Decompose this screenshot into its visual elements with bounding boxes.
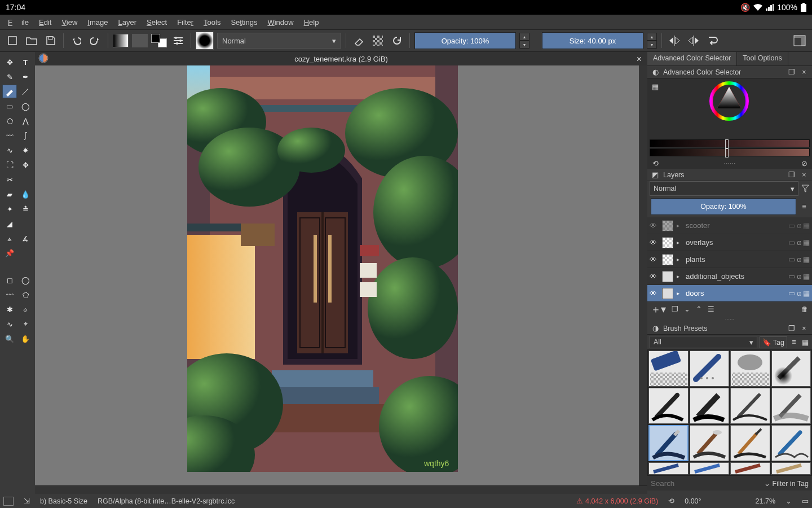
opacity-slider[interactable]: Opacity: 100%	[414, 32, 516, 49]
brush-preset[interactable]	[648, 425, 689, 461]
line-tool[interactable]: ／	[18, 85, 33, 98]
layer-opacity-menu-icon[interactable]: ≡	[800, 202, 809, 211]
similar-select-tool[interactable]: ⟐	[18, 303, 33, 316]
status-rotation-reset[interactable]: ⟲	[668, 497, 674, 505]
add-layer-button[interactable]: ＋▾	[651, 303, 666, 316]
layer-row[interactable]: 👁▸ plants ▭ α ▦	[647, 251, 812, 268]
brush-preset[interactable]	[690, 351, 730, 387]
layer-row[interactable]: 👁▸ scooter ▭ α ▦	[647, 217, 812, 234]
reload-preset-button[interactable]	[389, 33, 405, 49]
brush-preset[interactable]	[730, 351, 770, 387]
assistant-tool[interactable]: ⟁	[2, 231, 17, 245]
multibrush-tool[interactable]: ✷	[18, 143, 33, 157]
opacity-spin[interactable]: ▴▾	[519, 33, 529, 49]
float-docker-icon[interactable]: ❐	[787, 170, 796, 179]
zoom-fit-icon[interactable]: ▭	[802, 497, 809, 505]
gradient-tool[interactable]: ◢	[2, 217, 17, 230]
redo-button[interactable]	[87, 33, 103, 49]
color-history-clear-icon[interactable]: ⊘	[800, 159, 809, 168]
brush-preset[interactable]	[771, 462, 811, 475]
brush-preset[interactable]	[690, 425, 730, 461]
menu-window[interactable]: Window	[263, 16, 298, 28]
visibility-icon[interactable]: 👁	[650, 239, 659, 247]
pan-tool[interactable]: ✋	[18, 332, 33, 345]
list-view-icon[interactable]: ≡	[789, 338, 798, 347]
color-value-bars[interactable]	[647, 139, 812, 157]
brush-preset[interactable]	[730, 425, 770, 461]
filter-in-tag-toggle[interactable]: ⌄ Filter in Tag	[764, 479, 809, 488]
freehand-select-tool[interactable]: 〰	[2, 288, 17, 301]
menu-tools[interactable]: Tools	[199, 16, 225, 28]
chevron-right-icon[interactable]: ▸	[677, 273, 682, 279]
vertical-scrollbar[interactable]	[639, 65, 647, 485]
zoom-tool[interactable]: 🔍	[2, 332, 17, 345]
open-file-button[interactable]	[24, 33, 39, 49]
menu-layer[interactable]: Layer	[113, 16, 141, 28]
menu-select[interactable]: Select	[142, 16, 171, 28]
alpha-lock-toggle[interactable]	[370, 33, 386, 49]
close-docker-icon[interactable]: ×	[800, 68, 809, 77]
eraser-toggle[interactable]	[351, 33, 367, 49]
menu-edit[interactable]: Edit	[34, 16, 56, 28]
blend-mode-dropdown[interactable]: Normal ▾	[217, 33, 341, 49]
polyline-tool[interactable]: ⋀	[18, 114, 33, 128]
menu-file[interactable]: File	[3, 16, 33, 28]
menu-view[interactable]: View	[57, 16, 82, 28]
menu-filter[interactable]: Filter	[173, 16, 198, 28]
layer-filter-icon[interactable]	[801, 184, 810, 193]
acs-menu-icon[interactable]: ▦	[651, 82, 660, 91]
tab-advanced-color-selector[interactable]: Advanced Color Selector	[647, 52, 737, 65]
gradient-chip[interactable]	[113, 34, 129, 47]
freehand-path-tool[interactable]: ʃ	[18, 129, 33, 142]
chevron-right-icon[interactable]: ▸	[677, 290, 682, 296]
color-picker-tool[interactable]: 💧	[18, 187, 33, 201]
advanced-color-selector[interactable]: ▦ ⟲ ······ ⊘	[647, 78, 812, 169]
color-ring[interactable]	[709, 81, 749, 121]
undo-button[interactable]	[68, 33, 84, 49]
save-button[interactable]	[43, 33, 59, 49]
new-file-button[interactable]	[5, 33, 20, 49]
brush-search-input[interactable]	[651, 479, 761, 488]
visibility-icon[interactable]: 👁	[650, 222, 659, 230]
rect-select-tool[interactable]: ◻	[2, 273, 17, 287]
reference-tool[interactable]: 📌	[2, 246, 17, 260]
visibility-icon[interactable]: 👁	[650, 290, 659, 297]
canvas-viewport[interactable]: wqthy6	[35, 65, 647, 485]
visibility-icon[interactable]: 👁	[650, 273, 659, 281]
menu-help[interactable]: Help	[299, 16, 324, 28]
poly-select-tool[interactable]: ⬠	[18, 288, 33, 301]
float-docker-icon[interactable]: ❐	[787, 68, 796, 77]
brush-preset[interactable]	[771, 425, 811, 461]
text-tool[interactable]: T	[18, 55, 33, 69]
delete-layer-button[interactable]: 🗑	[801, 305, 809, 313]
status-menu-icon[interactable]: ⇲	[24, 497, 30, 505]
fill-tool[interactable]: ▰	[2, 187, 17, 201]
horizontal-scrollbar[interactable]	[35, 485, 647, 494]
brush-preset[interactable]	[648, 351, 689, 387]
ellipse-tool[interactable]: ◯	[18, 99, 33, 113]
move-layer-down-button[interactable]: ⌄	[684, 305, 690, 313]
close-docker-icon[interactable]: ×	[800, 170, 809, 179]
rect-tool[interactable]: ▭	[2, 99, 17, 113]
move-layer-up-button[interactable]: ⌃	[696, 305, 702, 313]
float-docker-icon[interactable]: ❐	[787, 324, 796, 333]
layer-properties-button[interactable]: ☰	[708, 305, 714, 313]
workspace-chooser-button[interactable]	[792, 33, 807, 49]
brush-preset-chip[interactable]	[196, 32, 214, 50]
ellipse-select-tool[interactable]: ◯	[18, 273, 33, 287]
brush-preset[interactable]	[730, 462, 770, 475]
layer-row[interactable]: 👁▸ additional_objects ▭ α ▦	[647, 268, 812, 285]
menu-settings[interactable]: Settings	[226, 16, 262, 28]
brush-preset[interactable]	[648, 388, 689, 424]
size-spin[interactable]: ▴▾	[647, 33, 657, 49]
pattern-chip[interactable]	[132, 34, 148, 47]
close-docker-icon[interactable]: ×	[800, 324, 809, 333]
brush-tag-dropdown[interactable]: All▾	[650, 336, 757, 348]
duplicate-layer-button[interactable]: ❐	[672, 305, 678, 313]
transform-tool[interactable]: ⛶	[2, 158, 17, 172]
zoom-dropdown-icon[interactable]: ⌄	[785, 497, 792, 505]
magnetic-select-tool[interactable]: ⌖	[18, 317, 33, 331]
mirror-vertical-button[interactable]	[686, 33, 701, 49]
brush-tool[interactable]	[2, 85, 17, 98]
layer-opacity-slider[interactable]: Opacity: 100%	[651, 198, 796, 215]
